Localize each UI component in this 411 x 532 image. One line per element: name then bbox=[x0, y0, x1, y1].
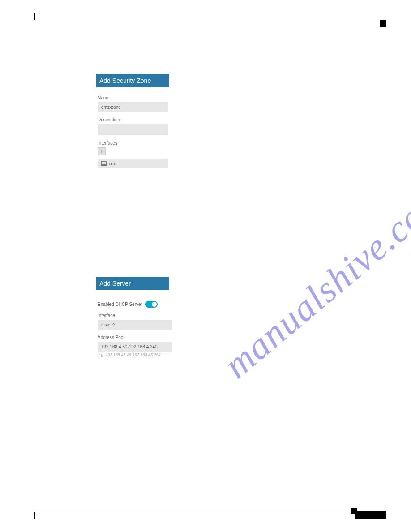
add-security-zone-panel: Add Security Zone Name Description Inter… bbox=[96, 74, 175, 168]
panel-header: Add Security Zone bbox=[96, 74, 169, 87]
document-page: manualshive.com Add Security Zone Name D… bbox=[0, 0, 411, 532]
corner-mark bbox=[355, 511, 386, 519]
corner-mark bbox=[34, 512, 35, 519]
address-pool-label: Address Pool bbox=[98, 335, 173, 340]
name-label: Name bbox=[98, 95, 173, 100]
add-interface-button[interactable]: + bbox=[98, 147, 106, 155]
add-server-panel: Add Server Enabled DHCP Server Interface… bbox=[96, 277, 175, 357]
description-label: Description bbox=[98, 117, 173, 122]
interface-label: Interface bbox=[98, 313, 173, 318]
panel-header: Add Server bbox=[96, 277, 169, 290]
address-pool-hint: e.g. 192.168.45.46-192.168.45.254 bbox=[98, 352, 173, 357]
interfaces-label: Interfaces bbox=[98, 141, 173, 146]
plus-icon: + bbox=[100, 149, 103, 154]
watermark-text: manualshive.com bbox=[215, 176, 411, 387]
bottom-border-rule bbox=[34, 512, 386, 512]
toggle-knob bbox=[152, 302, 157, 307]
address-pool-input[interactable] bbox=[98, 342, 172, 352]
interface-name: dmz bbox=[109, 161, 117, 166]
top-border-rule bbox=[34, 20, 386, 20]
description-input[interactable] bbox=[98, 124, 168, 135]
interface-icon bbox=[101, 161, 107, 166]
dhcp-enable-label: Enabled DHCP Server bbox=[98, 302, 142, 307]
interface-input[interactable] bbox=[98, 320, 172, 330]
interface-row[interactable]: dmz bbox=[98, 159, 168, 168]
corner-mark bbox=[34, 13, 35, 20]
corner-mark bbox=[380, 20, 386, 27]
name-input[interactable] bbox=[98, 102, 168, 112]
dhcp-enable-toggle[interactable] bbox=[145, 301, 158, 308]
